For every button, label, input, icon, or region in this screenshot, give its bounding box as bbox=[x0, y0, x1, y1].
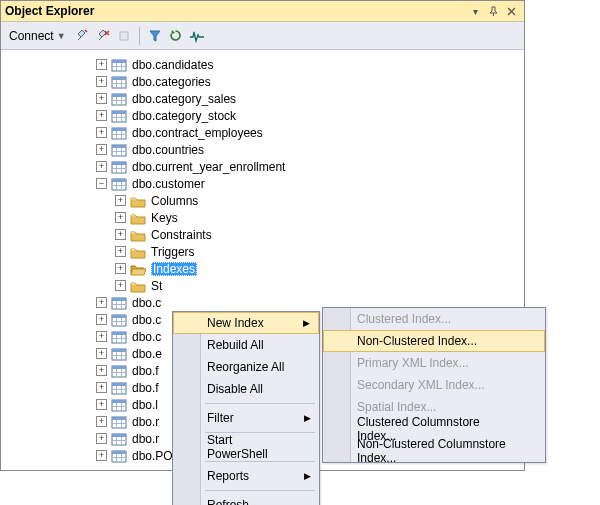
expand-toggle[interactable]: + bbox=[96, 416, 107, 427]
expand-toggle[interactable]: + bbox=[96, 450, 107, 461]
table-node-expanded[interactable]: −dbo.customer bbox=[1, 175, 524, 192]
submenu-arrow-icon: ▶ bbox=[304, 413, 311, 423]
tree-label: dbo.l bbox=[132, 398, 158, 412]
menu-item-refresh[interactable]: Refresh bbox=[173, 494, 319, 505]
tree-label: dbo.c bbox=[132, 330, 161, 344]
folder-open-icon bbox=[130, 262, 146, 276]
table-icon bbox=[111, 296, 127, 310]
expand-toggle[interactable]: + bbox=[115, 246, 126, 257]
expand-toggle[interactable]: + bbox=[96, 331, 107, 342]
disconnect-plug-icon[interactable] bbox=[95, 28, 111, 44]
menu-item-disable-all[interactable]: Disable All bbox=[173, 378, 319, 400]
expand-toggle[interactable]: + bbox=[96, 314, 107, 325]
tree-label: St bbox=[151, 279, 162, 293]
folder-icon bbox=[130, 194, 146, 208]
expand-toggle[interactable]: + bbox=[115, 212, 126, 223]
pin-icon[interactable] bbox=[484, 3, 502, 20]
table-node[interactable]: +dbo.candidates bbox=[1, 56, 524, 73]
submenu-item-primary-xml-index: Primary XML Index... bbox=[323, 352, 545, 374]
toolbar: Connect ▼ bbox=[1, 22, 524, 50]
stop-icon[interactable] bbox=[116, 28, 132, 44]
tree-label: dbo.r bbox=[132, 415, 159, 429]
folder-node[interactable]: +Columns bbox=[1, 192, 524, 209]
table-icon bbox=[111, 109, 127, 123]
table-icon bbox=[111, 75, 127, 89]
folder-icon bbox=[130, 279, 146, 293]
folder-node[interactable]: +Constraints bbox=[1, 226, 524, 243]
menu-item-start-powershell[interactable]: Start PowerShell bbox=[173, 436, 319, 458]
expand-toggle[interactable]: + bbox=[96, 297, 107, 308]
expand-toggle[interactable]: − bbox=[96, 178, 107, 189]
expand-toggle[interactable]: + bbox=[96, 365, 107, 376]
table-icon bbox=[111, 364, 127, 378]
folder-icon bbox=[130, 245, 146, 259]
expand-toggle[interactable]: + bbox=[96, 144, 107, 155]
expand-toggle[interactable]: + bbox=[96, 382, 107, 393]
tree-label: dbo.candidates bbox=[132, 58, 213, 72]
tree-label: Keys bbox=[151, 211, 178, 225]
menu-item-filter[interactable]: Filter▶ bbox=[173, 407, 319, 429]
folder-node[interactable]: +Triggers bbox=[1, 243, 524, 260]
activity-icon[interactable] bbox=[189, 28, 205, 44]
table-node[interactable]: +dbo.category_stock bbox=[1, 107, 524, 124]
expand-toggle[interactable]: + bbox=[96, 433, 107, 444]
folder-icon bbox=[130, 228, 146, 242]
table-node[interactable]: +dbo.current_year_enrollment bbox=[1, 158, 524, 175]
tree-label: dbo.current_year_enrollment bbox=[132, 160, 285, 174]
table-icon bbox=[111, 177, 127, 191]
submenu-item-non-clustered-columnstore-index[interactable]: Non-Clustered Columnstore Index... bbox=[323, 440, 545, 462]
panel-title: Object Explorer bbox=[5, 4, 466, 18]
close-icon[interactable] bbox=[502, 3, 520, 20]
expand-toggle[interactable]: + bbox=[96, 399, 107, 410]
expand-toggle[interactable]: + bbox=[96, 110, 107, 121]
expand-toggle[interactable]: + bbox=[115, 280, 126, 291]
table-icon bbox=[111, 381, 127, 395]
expand-toggle[interactable]: + bbox=[115, 229, 126, 240]
folder-node[interactable]: +Keys bbox=[1, 209, 524, 226]
refresh-icon[interactable] bbox=[168, 28, 184, 44]
folder-node-selected[interactable]: +Indexes bbox=[1, 260, 524, 277]
submenu-item-secondary-xml-index: Secondary XML Index... bbox=[323, 374, 545, 396]
expand-toggle[interactable]: + bbox=[96, 76, 107, 87]
tree-label: dbo.countries bbox=[132, 143, 204, 157]
table-node[interactable]: +dbo.countries bbox=[1, 141, 524, 158]
table-node[interactable]: +dbo.categories bbox=[1, 73, 524, 90]
tree-label: dbo.f bbox=[132, 364, 159, 378]
expand-toggle[interactable]: + bbox=[96, 127, 107, 138]
expand-toggle[interactable]: + bbox=[96, 348, 107, 359]
titlebar: Object Explorer ▾ bbox=[1, 1, 524, 22]
tree-label: dbo.contract_employees bbox=[132, 126, 263, 140]
filter-icon[interactable] bbox=[147, 28, 163, 44]
submenu-item-clustered-index: Clustered Index... bbox=[323, 308, 545, 330]
table-icon bbox=[111, 58, 127, 72]
folder-node[interactable]: +St bbox=[1, 277, 524, 294]
table-node[interactable]: +dbo.category_sales bbox=[1, 90, 524, 107]
table-icon bbox=[111, 330, 127, 344]
submenu-arrow-icon: ▶ bbox=[304, 471, 311, 481]
table-icon bbox=[111, 92, 127, 106]
menu-item-reports[interactable]: Reports▶ bbox=[173, 465, 319, 487]
menu-item-reorganize-all[interactable]: Reorganize All bbox=[173, 356, 319, 378]
connect-plug-icon[interactable] bbox=[74, 28, 90, 44]
submenu-item-non-clustered-index[interactable]: Non-Clustered Index... bbox=[323, 330, 545, 352]
svg-rect-5 bbox=[120, 32, 128, 40]
tree-label: Columns bbox=[151, 194, 198, 208]
table-icon bbox=[111, 432, 127, 446]
tree-label: dbo.c bbox=[132, 296, 161, 310]
table-icon bbox=[111, 126, 127, 140]
window-position-icon[interactable]: ▾ bbox=[466, 3, 484, 20]
menu-item-rebuild-all[interactable]: Rebuild All bbox=[173, 334, 319, 356]
menu-item-new-index[interactable]: New Index▶ bbox=[173, 312, 319, 334]
table-node[interactable]: +dbo.contract_employees bbox=[1, 124, 524, 141]
table-icon bbox=[111, 313, 127, 327]
connect-button[interactable]: Connect ▼ bbox=[6, 27, 69, 45]
tree-label: dbo.category_stock bbox=[132, 109, 236, 123]
expand-toggle[interactable]: + bbox=[115, 263, 126, 274]
table-icon bbox=[111, 415, 127, 429]
tree-label: dbo.e bbox=[132, 347, 162, 361]
expand-toggle[interactable]: + bbox=[96, 59, 107, 70]
expand-toggle[interactable]: + bbox=[115, 195, 126, 206]
context-menu: New Index▶Rebuild AllReorganize AllDisab… bbox=[172, 311, 320, 505]
expand-toggle[interactable]: + bbox=[96, 161, 107, 172]
expand-toggle[interactable]: + bbox=[96, 93, 107, 104]
